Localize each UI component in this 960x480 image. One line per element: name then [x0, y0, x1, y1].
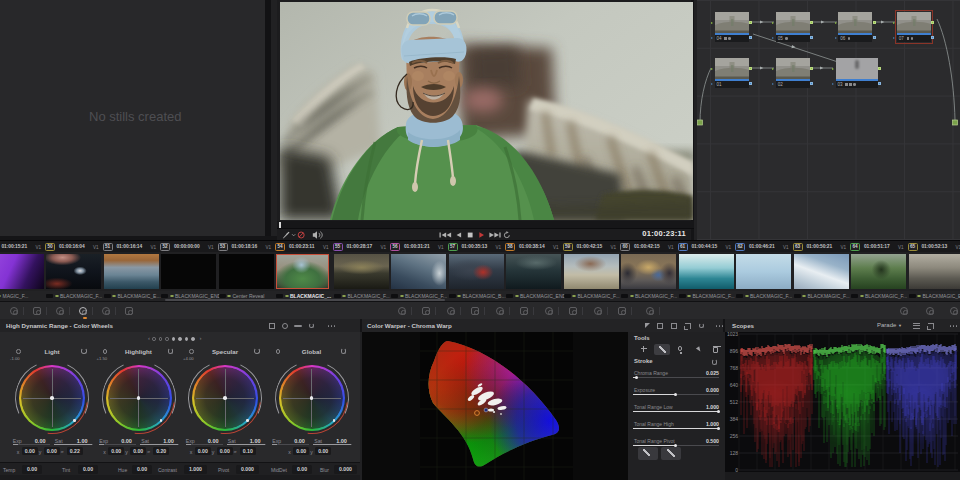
svg-text:512: 512 — [730, 399, 739, 405]
svg-text:256: 256 — [730, 433, 739, 439]
svg-text:640: 640 — [730, 382, 739, 388]
svg-text:768: 768 — [730, 365, 739, 371]
svg-text:0: 0 — [735, 467, 738, 473]
svg-text:1023: 1023 — [727, 332, 738, 337]
svg-text:128: 128 — [730, 450, 739, 456]
svg-text:384: 384 — [730, 416, 739, 422]
svg-text:896: 896 — [730, 348, 739, 354]
